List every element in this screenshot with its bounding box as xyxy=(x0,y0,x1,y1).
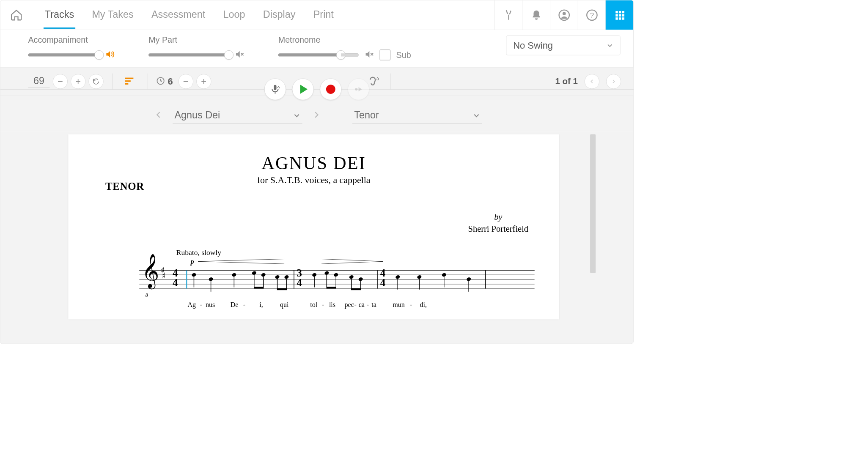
volume-mute-icon[interactable] xyxy=(364,49,374,60)
svg-rect-9 xyxy=(622,14,624,16)
octave-marking: 8 xyxy=(146,292,148,298)
play-icon xyxy=(300,85,308,94)
svg-rect-5 xyxy=(619,11,621,13)
user-icon xyxy=(558,9,570,21)
tab-display[interactable]: Display xyxy=(262,1,297,29)
play-button[interactable] xyxy=(292,78,314,100)
time-signature-1: 44 xyxy=(173,268,178,288)
svg-point-1 xyxy=(562,12,566,15)
svg-rect-10 xyxy=(615,17,618,19)
svg-rect-12 xyxy=(622,17,624,19)
chevron-right-icon xyxy=(312,111,320,119)
sub-label: Sub xyxy=(396,50,411,60)
accompaniment-control: Accompaniment xyxy=(28,36,114,60)
svg-rect-14 xyxy=(125,80,131,82)
mixer-bar: Accompaniment My Part Metronome Sub N xyxy=(0,30,634,68)
svg-point-18 xyxy=(355,88,357,90)
key-signature: ♯ ♯ xyxy=(161,268,164,279)
tempo-increase-button[interactable]: + xyxy=(71,74,85,89)
part-select[interactable]: Tenor xyxy=(352,107,482,123)
record-button[interactable] xyxy=(320,78,341,100)
chevron-left-icon xyxy=(589,79,595,84)
metronome-control: Metronome Sub xyxy=(278,36,411,60)
decrescendo-hairpin xyxy=(321,258,383,265)
home-button[interactable] xyxy=(7,6,26,25)
mic-button[interactable] xyxy=(264,78,286,100)
tempo-reset-button[interactable] xyxy=(89,74,104,89)
chevron-down-icon xyxy=(473,112,481,119)
score-title: AGNUS DEI xyxy=(93,153,535,173)
microphone-icon xyxy=(270,84,280,94)
metronome-slider[interactable] xyxy=(278,53,359,56)
scrollbar[interactable] xyxy=(590,134,596,273)
transport-center xyxy=(261,78,373,100)
accompaniment-label: Accompaniment xyxy=(28,36,114,45)
staff: 𝄞 8 ♯ ♯ 44 34 44 xyxy=(139,270,534,289)
accompaniment-slider[interactable] xyxy=(28,53,99,56)
svg-rect-15 xyxy=(125,83,129,84)
score-subtitle: for S.A.T.B. voices, a cappella xyxy=(93,175,535,185)
svg-rect-17 xyxy=(274,85,276,90)
svg-rect-6 xyxy=(622,11,624,13)
score-part-name: TENOR xyxy=(105,181,144,192)
tab-my-takes[interactable]: My Takes xyxy=(91,1,135,29)
help-icon: ? xyxy=(585,9,598,21)
counts-increase-button[interactable]: + xyxy=(196,74,211,89)
tuner-button[interactable] xyxy=(494,0,522,30)
apps-button[interactable] xyxy=(606,0,634,30)
mypart-slider[interactable] xyxy=(148,53,229,56)
tab-assessment[interactable]: Assessment xyxy=(150,1,206,29)
tempo-value[interactable]: 69 xyxy=(28,75,49,88)
notifications-button[interactable] xyxy=(522,0,550,30)
volume-on-icon[interactable] xyxy=(104,49,114,60)
svg-rect-11 xyxy=(619,17,621,19)
volume-mute-icon[interactable] xyxy=(234,49,244,60)
chevron-left-icon xyxy=(155,111,163,119)
time-signature-3: 44 xyxy=(380,268,385,288)
top-nav-right: ? xyxy=(494,0,634,30)
tuning-fork-icon xyxy=(503,9,514,20)
sub-checkbox[interactable] xyxy=(379,49,390,60)
playhead-cursor[interactable] xyxy=(186,270,187,289)
score-byline: by Sherri Porterfield xyxy=(468,211,528,235)
tab-print[interactable]: Print xyxy=(312,1,335,29)
practice-icon xyxy=(353,84,364,94)
sheet-area: TENOR AGNUS DEI for S.A.T.B. voices, a c… xyxy=(0,131,634,343)
swing-value: No Swing xyxy=(513,40,553,51)
practice-button[interactable] xyxy=(348,78,369,100)
piece-value: Agnus Dei xyxy=(174,110,220,121)
tab-loop[interactable]: Loop xyxy=(222,1,247,29)
help-button[interactable]: ? xyxy=(578,0,606,30)
page-indicator: 1 of 1 xyxy=(555,77,577,86)
by-label: by xyxy=(468,211,528,223)
count-off-icon[interactable] xyxy=(124,76,135,87)
tempo-decrease-button[interactable]: − xyxy=(53,74,68,89)
score-page[interactable]: TENOR AGNUS DEI for S.A.T.B. voices, a c… xyxy=(68,134,559,320)
account-button[interactable] xyxy=(550,0,578,30)
piece-select[interactable]: Agnus Dei xyxy=(173,107,302,123)
home-icon xyxy=(10,8,23,22)
tab-bar: Tracks My Takes Assessment Loop Display … xyxy=(44,1,335,29)
chevron-down-icon xyxy=(607,42,613,49)
svg-text:?: ? xyxy=(590,11,593,19)
svg-rect-4 xyxy=(615,11,618,13)
chevron-down-icon xyxy=(293,112,301,119)
page-prev-button[interactable] xyxy=(585,74,599,89)
apps-grid-icon xyxy=(614,9,625,20)
tab-tracks[interactable]: Tracks xyxy=(44,1,75,29)
composer-name: Sherri Porterfield xyxy=(468,223,528,235)
swing-select[interactable]: No Swing xyxy=(506,36,620,55)
transport-bar: 69 − + 6 − + 1 of 1 xyxy=(0,68,634,96)
metronome-label: Metronome xyxy=(278,36,411,45)
dynamic-marking: p xyxy=(190,258,194,266)
treble-clef-icon: 𝄞 xyxy=(142,261,159,280)
svg-rect-8 xyxy=(619,14,621,16)
piece-next-button[interactable] xyxy=(309,108,324,123)
reset-icon xyxy=(92,77,100,85)
counts-value: 6 xyxy=(168,76,173,87)
counts-decrease-button[interactable]: − xyxy=(179,74,193,89)
svg-rect-13 xyxy=(125,77,134,79)
page-next-button[interactable] xyxy=(606,74,621,89)
clock-icon xyxy=(156,76,165,87)
piece-prev-button[interactable] xyxy=(151,108,166,123)
